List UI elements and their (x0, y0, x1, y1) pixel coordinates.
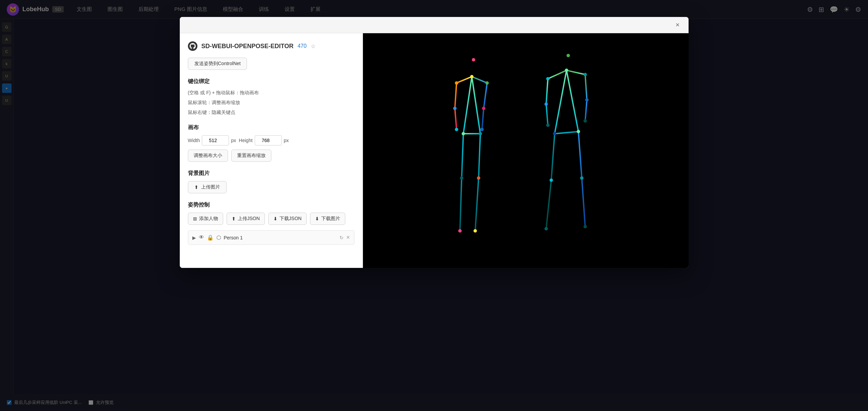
resize-canvas-button[interactable]: 调整画布大小 (188, 150, 228, 162)
hotkey-section: 键位绑定 (空格 或 F) + 拖动鼠标：拖动画布 鼠标滚轮：调整画布缩放 鼠标… (188, 78, 354, 116)
person-rotate-icon[interactable]: ↻ (340, 235, 344, 240)
download-json-button[interactable]: ⬇ 下载JSON (268, 213, 307, 225)
repo-header: SD-WEBUI-OPENPOSE-EDITOR 470 ☆ (188, 41, 354, 51)
width-label: Width (188, 138, 200, 143)
modal-close-button[interactable]: × (672, 20, 683, 31)
upload-image-label: 上传图片 (201, 184, 220, 190)
modal-overlay: × SD-WEBUI-OPENPOSE-EDITOR 470 ☆ 发送姿势 (0, 0, 868, 411)
height-input-group: Height px (239, 135, 289, 145)
hotkey-rightclick: 鼠标右键：隐藏关键点 (188, 109, 354, 116)
height-label: Height (239, 138, 252, 143)
modal-body: SD-WEBUI-OPENPOSE-EDITOR 470 ☆ 发送姿势到Cont… (180, 33, 689, 268)
modal-titlebar: × (180, 17, 689, 33)
download-img-button[interactable]: ⬇ 下载图片 (310, 213, 345, 225)
person-chevron-icon[interactable]: ▶ (192, 235, 196, 240)
repo-title: SD-WEBUI-OPENPOSE-EDITOR (201, 43, 294, 50)
width-input-group: Width px (188, 135, 236, 145)
eye-icon[interactable]: 👁 (199, 234, 204, 241)
repo-stars: 470 (297, 43, 307, 49)
height-input[interactable] (255, 135, 282, 145)
add-person-label: 添加人物 (199, 216, 218, 222)
upload-json-icon: ⬆ (232, 216, 236, 221)
hotkey-drag: (空格 或 F) + 拖动鼠标：拖动画布 (188, 89, 354, 96)
left-panel: SD-WEBUI-OPENPOSE-EDITOR 470 ☆ 发送姿势到Cont… (180, 33, 363, 268)
canvas-section: 画布 Width px Height px (188, 124, 354, 162)
lock-icon[interactable]: 🔒 (207, 234, 214, 241)
canvas-inputs: Width px Height px (188, 135, 354, 145)
download-img-icon: ⬇ (315, 216, 319, 221)
canvas-section-title: 画布 (188, 124, 354, 131)
pose-buttons: ⊞ 添加人物 ⬆ 上传JSON ⬇ 下载JSON ⬇ (188, 213, 354, 225)
github-icon (188, 41, 197, 51)
pose-section-title: 姿势控制 (188, 201, 354, 209)
bg-section-title: 背景图片 (188, 170, 354, 177)
upload-icon: ⬆ (194, 184, 198, 190)
download-json-label: 下载JSON (279, 216, 302, 222)
download-img-label: 下载图片 (321, 216, 340, 222)
background-section: 背景图片 ⬆ 上传图片 (188, 170, 354, 193)
send-to-controlnet-button[interactable]: 发送姿势到ControlNet (188, 58, 247, 70)
upload-image-button[interactable]: ⬆ 上传图片 (188, 181, 227, 193)
width-unit: px (231, 138, 236, 143)
upload-json-label: 上传JSON (238, 216, 260, 222)
canvas-buttons: 调整画布大小 重置画布缩放 (188, 150, 354, 162)
openpose-editor-modal: × SD-WEBUI-OPENPOSE-EDITOR 470 ☆ 发送姿势 (180, 17, 689, 268)
hotkey-scroll: 鼠标滚轮：调整画布缩放 (188, 99, 354, 106)
height-unit: px (284, 138, 289, 143)
width-input[interactable] (202, 135, 229, 145)
add-icon: ⊞ (193, 216, 197, 221)
person-mesh-icon[interactable]: ⬡ (216, 234, 221, 241)
person-icons: 👁 🔒 ⬡ (199, 234, 221, 241)
hotkey-section-title: 键位绑定 (188, 78, 354, 85)
person-label: Person 1 (224, 235, 337, 240)
pose-section: 姿势控制 ⊞ 添加人物 ⬆ 上传JSON ⬇ 下载JSON (188, 201, 354, 245)
add-person-button[interactable]: ⊞ 添加人物 (188, 213, 223, 225)
reset-canvas-button[interactable]: 重置画布缩放 (231, 150, 271, 162)
download-json-icon: ⬇ (273, 216, 277, 221)
person-delete-button[interactable]: × (346, 234, 350, 241)
star-icon[interactable]: ☆ (311, 43, 315, 50)
person-row: ▶ 👁 🔒 ⬡ Person 1 ↻ × (188, 230, 354, 245)
right-panel (363, 33, 689, 268)
pose-canvas[interactable] (363, 33, 689, 268)
upload-json-button[interactable]: ⬆ 上传JSON (227, 213, 265, 225)
